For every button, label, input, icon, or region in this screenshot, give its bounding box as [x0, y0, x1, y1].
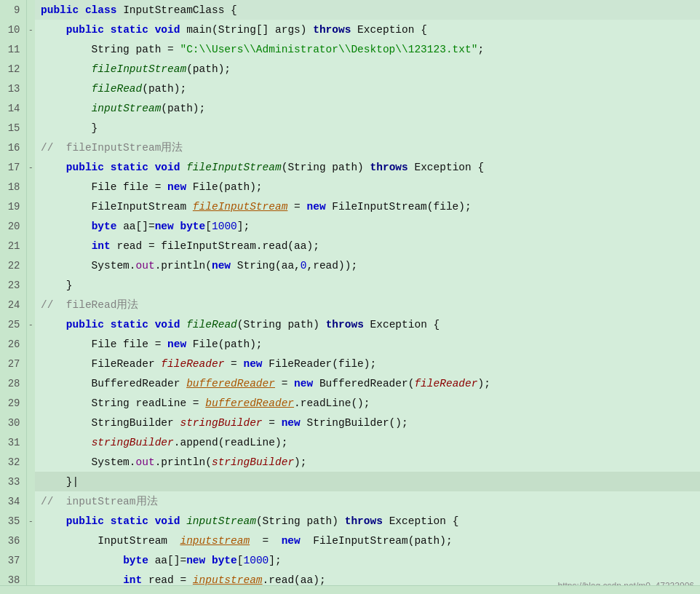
line-code: public static void fileRead(String path)…: [35, 314, 700, 334]
line-number: 20: [0, 216, 26, 236]
line-marker: [26, 0, 35, 20]
table-row: 29 String readLine = bufferedReader.read…: [0, 393, 700, 413]
table-row: 27 FileReader fileReader = new FileReade…: [0, 354, 700, 373]
line-number: 35: [0, 511, 26, 531]
line-number: 21: [0, 236, 26, 256]
line-code: public static void inputStream(String pa…: [35, 511, 700, 531]
table-row: 12 fileInputStream(path);: [0, 59, 700, 79]
line-code: String path = "C:\\Users\\Administrator\…: [35, 39, 700, 59]
line-code: public static void main(String[] args) t…: [35, 20, 700, 39]
line-marker: -: [26, 157, 35, 177]
line-number: 28: [0, 373, 26, 393]
line-marker: [26, 256, 35, 275]
line-marker: [26, 373, 35, 393]
table-row: 26 File file = new File(path);: [0, 334, 700, 354]
line-code: File file = new File(path);: [35, 334, 700, 354]
line-number: 17: [0, 157, 26, 177]
line-number: 25: [0, 314, 26, 334]
line-code: FileInputStream fileInputStream = new Fi…: [35, 197, 700, 216]
table-row: 13 fileRead(path);: [0, 79, 700, 98]
line-marker: [26, 138, 35, 157]
line-marker: [26, 491, 35, 511]
line-marker: [26, 393, 35, 413]
line-marker: [26, 236, 35, 256]
line-marker: -: [26, 511, 35, 531]
line-code: fileRead(path);: [35, 79, 700, 98]
table-row: 17 - public static void fileInputStream(…: [0, 157, 700, 177]
table-row: 9 public class InputStreamClass {: [0, 0, 700, 20]
code-editor: 9 public class InputStreamClass { 10 - p…: [0, 0, 700, 594]
line-code: byte aa[]=new byte[1000];: [35, 550, 700, 570]
table-row: 36 InputStream inputstream = new FileInp…: [0, 531, 700, 550]
line-number: 16: [0, 138, 26, 157]
line-marker: [26, 334, 35, 354]
line-number: 33: [0, 472, 26, 491]
line-marker: [26, 295, 35, 314]
table-row: 28 BufferedReader bufferedReader = new B…: [0, 373, 700, 393]
table-row: 33 }|: [0, 472, 700, 491]
line-number: 13: [0, 79, 26, 98]
table-row: 31 stringBuilder.append(readLine);: [0, 432, 700, 452]
table-row: 23 }: [0, 275, 700, 295]
line-marker: -: [26, 314, 35, 334]
line-code: // fileRead用法: [35, 295, 700, 314]
line-code: }: [35, 275, 700, 295]
line-number: 36: [0, 531, 26, 550]
line-number: 9: [0, 0, 26, 20]
line-code: stringBuilder.append(readLine);: [35, 432, 700, 452]
line-marker: [26, 275, 35, 295]
table-row: 32 System.out.println(stringBuilder);: [0, 452, 700, 472]
line-marker: [26, 118, 35, 138]
table-row: 19 FileInputStream fileInputStream = new…: [0, 197, 700, 216]
line-code: // fileInputStream用法: [35, 138, 700, 157]
line-marker: [26, 354, 35, 373]
line-code: // inputStream用法: [35, 491, 700, 511]
table-row: 34 // inputStream用法: [0, 491, 700, 511]
line-number: 10: [0, 20, 26, 39]
line-code: String readLine = bufferedReader.readLin…: [35, 393, 700, 413]
line-marker: [26, 531, 35, 550]
line-number: 30: [0, 413, 26, 432]
line-code: inputStream(path);: [35, 98, 700, 118]
line-number: 34: [0, 491, 26, 511]
line-number: 31: [0, 432, 26, 452]
line-number: 14: [0, 98, 26, 118]
line-code: File file = new File(path);: [35, 177, 700, 197]
line-code: }|: [35, 472, 700, 491]
code-table: 9 public class InputStreamClass { 10 - p…: [0, 0, 700, 594]
line-code: }: [35, 118, 700, 138]
line-marker: [26, 177, 35, 197]
line-marker: [26, 39, 35, 59]
line-number: 29: [0, 393, 26, 413]
line-marker: [26, 432, 35, 452]
line-number: 24: [0, 295, 26, 314]
line-code: FileReader fileReader = new FileReader(f…: [35, 354, 700, 373]
line-number: 12: [0, 59, 26, 79]
table-row: 15 }: [0, 118, 700, 138]
line-code: System.out.println(stringBuilder);: [35, 452, 700, 472]
table-row: 22 System.out.println(new String(aa,0,re…: [0, 256, 700, 275]
line-code: System.out.println(new String(aa,0,read)…: [35, 256, 700, 275]
line-marker: [26, 216, 35, 236]
table-row: 24 // fileRead用法: [0, 295, 700, 314]
line-number: 27: [0, 354, 26, 373]
line-code: byte aa[]=new byte[1000];: [35, 216, 700, 236]
line-number: 32: [0, 452, 26, 472]
line-number: 15: [0, 118, 26, 138]
line-marker: [26, 550, 35, 570]
table-row: 30 StringBuilder stringBuilder = new Str…: [0, 413, 700, 432]
table-row: 25 - public static void fileRead(String …: [0, 314, 700, 334]
line-number: 23: [0, 275, 26, 295]
table-row: 14 inputStream(path);: [0, 98, 700, 118]
line-number: 18: [0, 177, 26, 197]
line-marker: [26, 413, 35, 432]
horizontal-scrollbar[interactable]: [0, 585, 700, 594]
line-marker: [26, 79, 35, 98]
table-row: 18 File file = new File(path);: [0, 177, 700, 197]
table-row: 10 - public static void main(String[] ar…: [0, 20, 700, 39]
table-row: 11 String path = "C:\\Users\\Administrat…: [0, 39, 700, 59]
line-number: 19: [0, 197, 26, 216]
line-code: int read = fileInputStream.read(aa);: [35, 236, 700, 256]
line-number: 11: [0, 39, 26, 59]
line-code: BufferedReader bufferedReader = new Buff…: [35, 373, 700, 393]
